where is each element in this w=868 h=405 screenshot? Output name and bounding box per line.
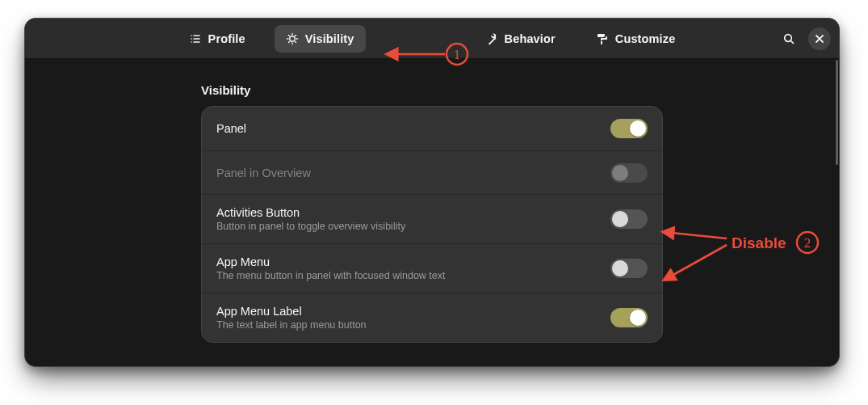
switch-panel[interactable] <box>610 119 648 138</box>
view-switcher: Profile Visibility <box>178 25 687 53</box>
svg-line-12 <box>295 41 296 42</box>
row-panel: Panel <box>202 107 662 150</box>
visibility-list: Panel Panel in Overview Activities Butto… <box>201 106 663 343</box>
tab-label: Behavior <box>505 32 556 45</box>
switch-app-menu[interactable] <box>610 259 648 278</box>
scrollbar-thumb[interactable] <box>836 60 838 165</box>
content-area: Visibility Panel Panel in Overview <box>25 59 839 366</box>
svg-line-16 <box>790 40 793 43</box>
row-title: Panel in Overview <box>216 167 311 179</box>
row-activities-button: Activities Button Button in panel to tog… <box>202 194 662 243</box>
row-title: Panel <box>216 122 246 135</box>
header-actions <box>778 19 831 59</box>
tab-customize[interactable]: Customize <box>585 25 687 53</box>
tab-visibility[interactable]: Visibility <box>275 25 366 53</box>
brightness-icon <box>286 32 299 45</box>
svg-line-14 <box>295 35 296 36</box>
paint-icon <box>596 32 609 45</box>
row-subtitle: Button in panel to toggle overview visib… <box>216 221 405 232</box>
row-title: Activities Button <box>216 206 405 219</box>
wrench-icon <box>485 32 498 45</box>
tab-profile[interactable]: Profile <box>178 25 257 53</box>
row-subtitle: The menu button in panel with focused wi… <box>216 270 446 281</box>
row-app-menu: App Menu The menu button in panel with f… <box>202 243 662 293</box>
svg-line-11 <box>288 35 289 36</box>
svg-point-4 <box>191 41 192 43</box>
switch-activities-button[interactable] <box>610 209 648 229</box>
tab-label: Profile <box>208 32 245 45</box>
switch-panel-in-overview <box>610 163 648 183</box>
svg-line-13 <box>288 41 289 42</box>
svg-point-6 <box>290 36 295 40</box>
close-button[interactable] <box>808 27 831 50</box>
row-subtitle: The text label in app menu button <box>216 319 367 331</box>
header-bar: Profile Visibility <box>25 19 839 59</box>
svg-point-0 <box>191 35 192 36</box>
preferences-window: Profile Visibility <box>24 18 840 367</box>
row-app-menu-label: App Menu Label The text label in app men… <box>202 293 662 342</box>
svg-point-2 <box>191 38 192 40</box>
switch-app-menu-label[interactable] <box>610 308 648 327</box>
list-icon <box>189 32 202 45</box>
tab-label: Visibility <box>305 32 354 45</box>
search-button[interactable] <box>778 27 800 50</box>
row-title: App Menu <box>216 255 446 268</box>
row-title: App Menu Label <box>216 305 367 318</box>
tab-label: Customize <box>615 32 676 45</box>
section-title: Visibility <box>201 83 250 97</box>
row-panel-in-overview: Panel in Overview <box>202 150 662 194</box>
tab-behavior[interactable]: Behavior <box>474 25 567 53</box>
